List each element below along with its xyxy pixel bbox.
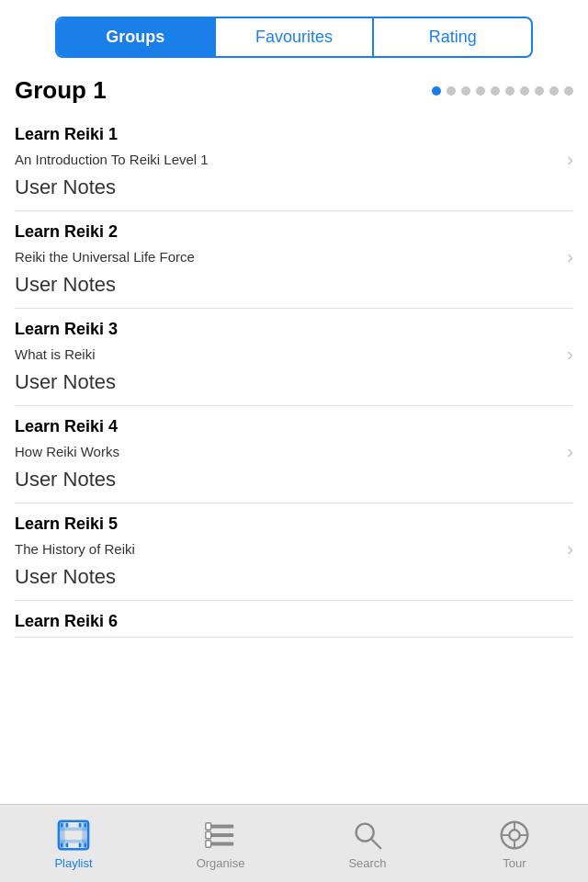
svg-point-22: [509, 830, 519, 840]
tab-favourites[interactable]: Favourites: [216, 18, 375, 56]
user-notes: User Notes: [15, 561, 573, 600]
dot-10: [564, 86, 573, 96]
dot-1: [432, 86, 441, 96]
list-item: Learn Reiki 5 The History of Reiki › Use…: [15, 503, 573, 601]
svg-rect-16: [206, 822, 211, 830]
user-notes: User Notes: [15, 367, 573, 405]
search-icon: [350, 818, 385, 853]
content-list: Learn Reiki 1 An Introduction To Reiki L…: [0, 114, 588, 844]
item-subtitle: Reiki the Universal Life Force: [15, 249, 195, 265]
item-title: Learn Reiki 3: [15, 320, 573, 339]
svg-rect-9: [79, 822, 82, 827]
nav-label-search: Search: [348, 856, 386, 870]
item-row-2[interactable]: What is Reiki ›: [15, 345, 573, 367]
svg-line-20: [371, 838, 380, 847]
svg-rect-8: [65, 842, 68, 847]
item-title: Learn Reiki 6: [15, 612, 573, 631]
item-subtitle: What is Reiki: [15, 346, 96, 362]
page-dots: [432, 86, 573, 96]
svg-rect-5: [61, 822, 63, 827]
bottom-nav: Playlist Organise Search: [0, 804, 588, 882]
tab-rating[interactable]: Rating: [374, 18, 531, 56]
svg-rect-10: [84, 822, 86, 827]
item-subtitle: The History of Reiki: [15, 541, 135, 557]
item-row-1[interactable]: Reiki the Universal Life Force ›: [15, 247, 573, 269]
svg-rect-11: [79, 842, 82, 847]
item-row-4[interactable]: The History of Reiki ›: [15, 539, 573, 561]
group-title: Group 1: [15, 76, 107, 105]
dot-6: [505, 86, 514, 96]
chevron-icon: ›: [567, 150, 573, 168]
svg-rect-6: [65, 822, 68, 827]
group-header: Group 1: [0, 71, 588, 114]
chevron-icon: ›: [567, 442, 573, 460]
dot-8: [535, 86, 544, 96]
item-title: Learn Reiki 4: [15, 417, 573, 436]
dot-5: [491, 86, 500, 96]
item-subtitle: An Introduction To Reiki Level 1: [15, 152, 209, 167]
dot-2: [447, 86, 456, 96]
nav-item-search[interactable]: Search: [294, 805, 441, 882]
chevron-icon: ›: [567, 247, 573, 266]
svg-rect-7: [61, 842, 63, 847]
dot-7: [520, 86, 529, 96]
playlist-icon: [56, 818, 91, 853]
nav-item-playlist[interactable]: Playlist: [0, 805, 147, 882]
item-title: Learn Reiki 1: [15, 125, 573, 144]
dot-3: [461, 86, 470, 96]
list-item: Learn Reiki 1 An Introduction To Reiki L…: [15, 114, 573, 211]
svg-rect-4: [59, 839, 88, 842]
nav-label-playlist: Playlist: [54, 856, 92, 870]
user-notes: User Notes: [15, 269, 573, 308]
user-notes: User Notes: [15, 172, 573, 210]
item-title: Learn Reiki 5: [15, 514, 573, 534]
chevron-icon: ›: [567, 345, 573, 363]
tour-icon: [497, 818, 532, 853]
list-item: Learn Reiki 2 Reiki the Universal Life F…: [15, 211, 573, 309]
nav-item-tour[interactable]: Tour: [441, 805, 588, 882]
svg-rect-18: [206, 840, 211, 847]
list-item: Learn Reiki 4 How Reiki Works › User Not…: [15, 406, 573, 503]
chevron-icon: ›: [567, 539, 573, 558]
item-row-0[interactable]: An Introduction To Reiki Level 1 ›: [15, 150, 573, 172]
top-tab-bar: Groups Favourites Rating: [55, 17, 533, 58]
item-row-3[interactable]: How Reiki Works ›: [15, 442, 573, 464]
list-item: Learn Reiki 6: [15, 601, 573, 638]
svg-rect-17: [206, 831, 211, 839]
tab-groups[interactable]: Groups: [57, 18, 216, 56]
svg-rect-12: [84, 842, 86, 847]
item-title: Learn Reiki 2: [15, 222, 573, 242]
dot-9: [549, 86, 559, 96]
nav-label-organise: Organise: [197, 856, 245, 870]
nav-item-organise[interactable]: Organise: [147, 805, 294, 882]
list-item: Learn Reiki 3 What is Reiki › User Notes: [15, 309, 573, 406]
svg-rect-3: [59, 827, 88, 831]
user-notes: User Notes: [15, 464, 573, 503]
nav-label-tour: Tour: [503, 856, 526, 870]
item-subtitle: How Reiki Works: [15, 444, 119, 459]
organise-icon: [203, 818, 238, 853]
dot-4: [476, 86, 485, 96]
